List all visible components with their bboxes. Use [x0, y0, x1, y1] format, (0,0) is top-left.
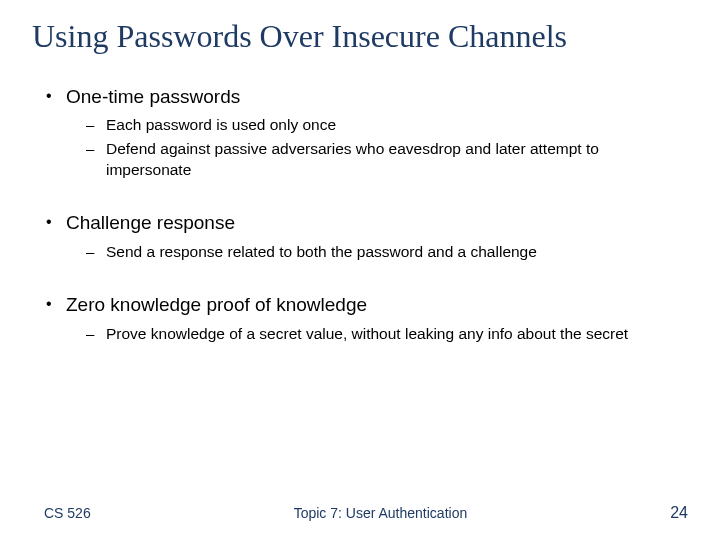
bullet-item: • Zero knowledge proof of knowledge	[46, 293, 678, 318]
bullet-text: Challenge response	[66, 211, 235, 236]
bullet-marker: •	[46, 85, 66, 107]
slide-body: • One-time passwords – Each password is …	[32, 85, 688, 345]
footer-course: CS 526	[44, 505, 91, 521]
sub-text: Prove knowledge of a secret value, witho…	[106, 324, 628, 345]
slide-title: Using Passwords Over Insecure Channels	[32, 18, 688, 55]
sub-marker: –	[86, 324, 106, 344]
sub-text: Send a response related to both the pass…	[106, 242, 537, 263]
sub-text: Defend against passive adversaries who e…	[106, 139, 678, 181]
sub-marker: –	[86, 242, 106, 262]
sub-item: – Defend against passive adversaries who…	[86, 139, 678, 181]
bullet-item: • Challenge response	[46, 211, 678, 236]
sub-list: – Prove knowledge of a secret value, wit…	[86, 324, 678, 345]
bullet-marker: •	[46, 211, 66, 233]
sub-text: Each password is used only once	[106, 115, 336, 136]
bullet-marker: •	[46, 293, 66, 315]
sub-marker: –	[86, 115, 106, 135]
footer-page-number: 24	[670, 504, 688, 522]
footer-topic: Topic 7: User Authentication	[91, 505, 671, 521]
sub-item: – Each password is used only once	[86, 115, 678, 136]
sub-item: – Prove knowledge of a secret value, wit…	[86, 324, 678, 345]
sub-item: – Send a response related to both the pa…	[86, 242, 678, 263]
sub-list: – Each password is used only once – Defe…	[86, 115, 678, 181]
bullet-item: • One-time passwords	[46, 85, 678, 110]
sub-list: – Send a response related to both the pa…	[86, 242, 678, 263]
sub-marker: –	[86, 139, 106, 159]
slide-footer: CS 526 Topic 7: User Authentication 24	[0, 504, 720, 522]
bullet-text: Zero knowledge proof of knowledge	[66, 293, 367, 318]
bullet-text: One-time passwords	[66, 85, 240, 110]
